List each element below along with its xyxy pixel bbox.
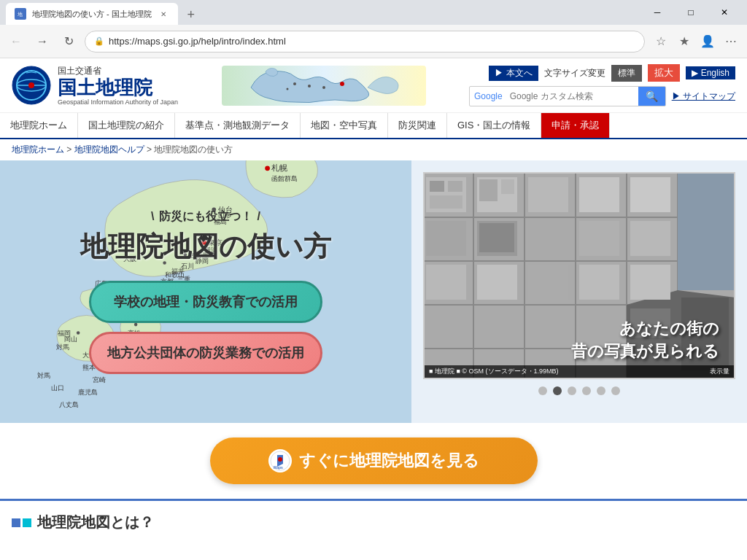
menu-button[interactable]: ⋯ — [721, 31, 741, 52]
slide-bottom-bar: ■ 地理院 ■ © OSM (ソースデータ・1.99MB) 表示量 — [425, 365, 734, 378]
page-content: 国土交通省 国土地理院 Geospatial Information Autho… — [0, 58, 747, 560]
slideshow-container: 地理院地図 金沢市 135°00' 36.60° — [423, 172, 735, 379]
search-button[interactable]: 🔍 — [638, 86, 665, 106]
bottom-section: 地理院地図とは？ — [0, 499, 747, 544]
hero-map-background: 札幌 仙台 東京 名古屋 大阪 広島 福岡 高松 対馬 — [0, 160, 411, 423]
forward-button[interactable]: → — [32, 31, 53, 52]
google-label: Google — [470, 91, 507, 101]
back-button[interactable]: ← — [6, 31, 26, 52]
svg-rect-81 — [477, 265, 517, 300]
slide-dot-3[interactable] — [568, 386, 576, 395]
profile-button[interactable]: 👤 — [697, 31, 718, 52]
breadcrumb: 地理院ホーム > 地理院地図ヘルプ > 地理院地図の使い方 — [0, 139, 747, 160]
section-icon — [12, 518, 31, 527]
gsi-logo-text: 国土交通省 国土地理院 Geospatial Information Autho… — [58, 65, 178, 106]
tab-close-btn[interactable]: ✕ — [158, 8, 169, 20]
svg-point-9 — [308, 85, 311, 88]
breadcrumb-current: 地理院地図の使い方 — [154, 144, 233, 155]
tab-favicon: 地 — [15, 8, 26, 20]
hero-slideshow: 地理院地図 金沢市 135°00' 36.60° — [411, 160, 747, 423]
svg-text:地: 地 — [17, 12, 23, 17]
close-button[interactable]: ✕ — [708, 0, 741, 25]
nav-item-home[interactable]: 地理院ホーム — [0, 113, 78, 138]
gsi-logo-icon — [12, 66, 52, 106]
svg-point-8 — [322, 86, 325, 89]
svg-rect-80 — [528, 265, 568, 300]
svg-rect-76 — [528, 221, 568, 256]
english-button[interactable]: ▶ English — [686, 66, 735, 79]
svg-point-7 — [340, 82, 344, 86]
svg-rect-83 — [426, 221, 466, 256]
slide-dot-4[interactable] — [582, 386, 591, 395]
breadcrumb-sep1: > — [66, 144, 74, 155]
maps-logo: Maps — [268, 449, 292, 472]
gsi-logo: 国土交通省 国土地理院 Geospatial Information Autho… — [12, 65, 178, 106]
svg-rect-70 — [501, 179, 514, 194]
slide-dot-5[interactable] — [597, 386, 605, 395]
ministry-text: 国土交通省 — [58, 65, 178, 77]
icon-blue — [12, 518, 20, 527]
svg-rect-85 — [630, 221, 670, 256]
honbun-button[interactable]: ▶ 本文へ — [489, 66, 538, 81]
browser-titlebar: 地 地理院地図の使い方 - 国土地理院 ✕ + ─ □ ✕ — [0, 0, 747, 25]
nav-item-maps[interactable]: 地図・空中写真 — [301, 113, 388, 138]
section-title: 地理院地図とは？ — [12, 513, 735, 532]
svg-rect-79 — [579, 265, 619, 300]
font-standard-button[interactable]: 標準 — [611, 65, 642, 82]
minimize-button[interactable]: ─ — [640, 0, 674, 25]
section-title-text: 地理院地図とは？ — [37, 513, 154, 532]
green-cta-button[interactable]: 学校の地理・防災教育での活用 — [89, 281, 322, 323]
tagline-text: Geospatial Information Authority of Japa… — [58, 98, 178, 106]
svg-rect-65 — [430, 181, 444, 192]
new-tab-button[interactable]: + — [181, 4, 201, 25]
sitemap-link[interactable]: ▶ サイトマップ — [672, 90, 735, 103]
url-text: https://maps.gsi.go.jp/help/intro/index.… — [109, 36, 286, 47]
slide-dot-6[interactable] — [611, 386, 620, 395]
map-illustration — [222, 66, 426, 106]
font-large-button[interactable]: 拡大 — [648, 64, 680, 82]
bookmark-star-button[interactable]: ☆ — [651, 31, 671, 52]
nav-item-intro[interactable]: 国土地理院の紹介 — [78, 113, 175, 138]
slide-dot-1[interactable] — [538, 386, 547, 395]
active-tab[interactable]: 地 地理院地図の使い方 - 国土地理院 ✕ — [6, 3, 178, 25]
svg-rect-82 — [426, 265, 466, 300]
svg-rect-69 — [479, 179, 498, 201]
icon-cyan — [23, 518, 31, 527]
breadcrumb-sep2: > — [147, 144, 154, 155]
pink-cta-button[interactable]: 地方公共団体の防災業務での活用 — [89, 332, 322, 374]
svg-rect-75 — [479, 223, 514, 252]
slide-caption-line1: あなたの街の — [571, 318, 719, 341]
slide-source-text: ■ 地理院 ■ © OSM (ソースデータ・1.99MB) — [429, 368, 559, 375]
breadcrumb-help[interactable]: 地理院地図ヘルプ — [74, 144, 144, 155]
search-row: Google 🔍 ▶ サイトマップ — [469, 86, 735, 106]
toolbar-icons: ☆ ★ 👤 ⋯ — [651, 31, 741, 52]
slideshow-dots — [538, 386, 620, 395]
reload-button[interactable]: ↻ — [58, 31, 79, 52]
header-top-links: ▶ 本文へ 文字サイズ変更 標準 拡大 ▶ English — [489, 64, 735, 82]
hero-text-overlay: 防災にも役立つ！ 地理院地図の使い方 学校の地理・防災教育での活用 地方公共団体… — [0, 160, 411, 423]
tab-title: 地理院地図の使い方 - 国土地理院 — [32, 9, 152, 20]
hero-section: 札幌 仙台 東京 名古屋 大阪 広島 福岡 高松 対馬 — [0, 160, 747, 423]
nav-bar: 地理院ホーム 国土地理院の紹介 基準点・測地観測データ 地図・空中写真 防災関連… — [0, 113, 747, 139]
nav-item-apply[interactable]: 申請・承認 — [541, 113, 610, 138]
svg-text:Maps: Maps — [274, 465, 283, 470]
svg-rect-84 — [630, 177, 670, 212]
svg-rect-86 — [630, 265, 670, 300]
slide-dot-2[interactable] — [553, 386, 562, 395]
maximize-button[interactable]: □ — [674, 0, 708, 25]
reading-list-button[interactable]: ★ — [674, 31, 694, 52]
orange-cta-button[interactable]: Maps すぐに地理院地図を見る — [210, 438, 538, 484]
search-input[interactable] — [507, 87, 638, 106]
google-search-box[interactable]: Google 🔍 — [469, 86, 666, 106]
nav-item-bousai[interactable]: 防災関連 — [388, 113, 447, 138]
svg-rect-67 — [430, 195, 462, 209]
english-flag-icon: ▶ — [692, 68, 698, 78]
slide-caption: あなたの街の 昔の写真が見られる — [571, 318, 719, 363]
font-size-label: 文字サイズ変更 — [544, 67, 605, 79]
nav-item-gis[interactable]: GIS・国土の情報 — [447, 113, 541, 138]
address-input[interactable]: 🔒 https://maps.gsi.go.jp/help/intro/inde… — [85, 31, 645, 52]
breadcrumb-home[interactable]: 地理院ホーム — [12, 144, 64, 155]
nav-item-survey[interactable]: 基準点・測地観測データ — [175, 113, 301, 138]
slide-display-text: 表示量 — [710, 367, 729, 376]
window-controls: ─ □ ✕ — [640, 0, 741, 25]
